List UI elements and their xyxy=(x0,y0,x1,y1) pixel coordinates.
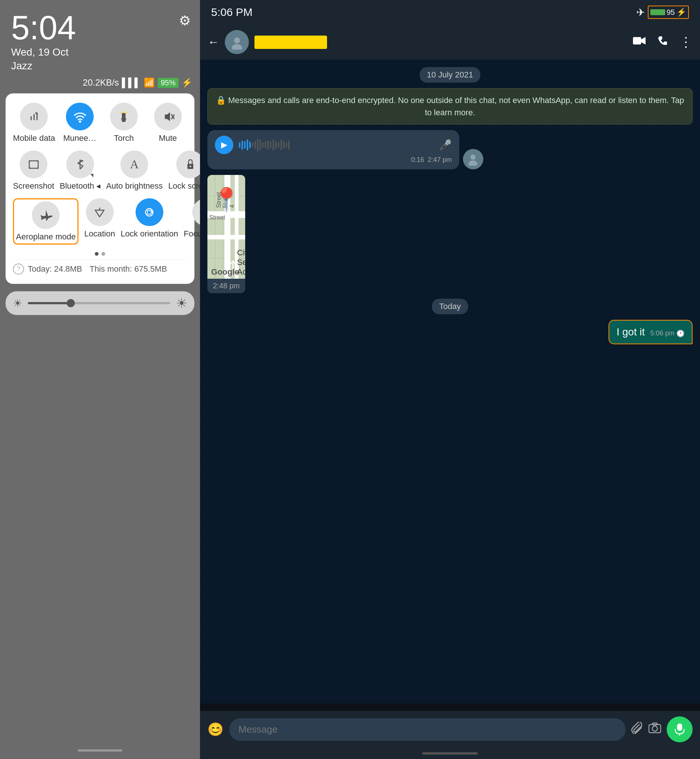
battery-left: 95% xyxy=(158,78,178,88)
svg-point-21 xyxy=(190,166,191,167)
qs-auto-brightness[interactable]: A Auto brightness xyxy=(106,150,162,191)
sent-message: I got it 5:06 pm 🕐 xyxy=(608,320,692,344)
attach-button[interactable] xyxy=(631,722,643,737)
message-input[interactable] xyxy=(229,718,625,741)
wave-bar xyxy=(257,139,258,152)
svg-rect-40 xyxy=(677,723,682,731)
voice-call-icon[interactable] xyxy=(657,35,668,49)
wave-bar xyxy=(275,141,277,149)
qs-aeroplane-mode[interactable]: Aeroplane mode xyxy=(13,198,78,244)
mute-icon[interactable] xyxy=(154,103,182,130)
qs-row-2: Screenshot Bluetooth ◂ A Auto brightness xyxy=(13,150,187,191)
brightness-thumb[interactable] xyxy=(67,299,75,307)
data-usage-help-icon[interactable]: ? xyxy=(13,263,24,275)
status-bar-left: 5:04 Wed, 19 Oct Jazz xyxy=(0,0,200,76)
map-message[interactable]: Street Number 4 Street 📍 Google Civil Se… xyxy=(208,175,245,293)
mobile-data-icon[interactable] xyxy=(20,103,48,130)
wave-bar xyxy=(252,143,253,147)
aeroplane-mode-icon[interactable] xyxy=(32,201,59,229)
home-indicator-right xyxy=(200,748,700,759)
bluetooth-icon[interactable] xyxy=(66,150,94,178)
brightness-bar[interactable]: ☀ ☀ xyxy=(6,291,194,315)
svg-line-8 xyxy=(126,112,127,113)
wifi-label: Muneeb Waji xyxy=(63,133,97,143)
lock-orientation-icon[interactable] xyxy=(136,198,163,226)
chat-header: ← ████████ ⋮ xyxy=(200,25,700,59)
screenshot-label: Screenshot xyxy=(13,181,54,191)
voice-mic-icon: 🎤 xyxy=(439,139,452,151)
brightness-low-icon: ☀ xyxy=(13,297,22,310)
wave-bar xyxy=(247,139,248,150)
svg-point-31 xyxy=(232,44,242,50)
voice-duration: 0:16 xyxy=(411,156,424,164)
wave-bar xyxy=(288,141,290,150)
brightness-high-icon: ☀ xyxy=(176,296,187,311)
play-button[interactable]: ▶ xyxy=(215,136,233,154)
emoji-button[interactable]: 😊 xyxy=(208,722,224,737)
qs-mute[interactable]: Mute xyxy=(148,103,187,143)
sent-message-text: I got it xyxy=(617,326,645,338)
dot-2[interactable] xyxy=(102,252,105,256)
qs-screenshot[interactable]: Screenshot xyxy=(13,150,54,191)
qs-location[interactable]: Location xyxy=(84,198,115,244)
network-speed: 20.2KB/s xyxy=(83,77,119,88)
settings-icon[interactable]: ⚙ xyxy=(179,13,191,28)
voice-message-row: ▶ xyxy=(208,130,692,169)
contact-name-bar[interactable]: ████████ xyxy=(255,36,327,49)
qs-lock-orientation[interactable]: Lock orientation xyxy=(121,198,178,244)
quick-settings-panel: Mobile data Muneeb Waji xyxy=(6,93,194,284)
wave-bar xyxy=(286,143,287,147)
camera-button[interactable] xyxy=(648,722,661,736)
signal-bars-icon: ▌▌▌ xyxy=(122,77,141,88)
data-month: This month: 675.5MB xyxy=(90,264,167,274)
wave-bar xyxy=(280,140,282,150)
dot-1[interactable] xyxy=(95,252,98,256)
notification-shade: ⚙ 5:04 Wed, 19 Oct Jazz 20.2KB/s ▌▌▌ 📶 9… xyxy=(0,0,200,759)
home-indicator-left xyxy=(78,750,122,751)
location-icon[interactable] xyxy=(86,198,114,226)
voice-message[interactable]: ▶ xyxy=(208,130,459,169)
wave-bar xyxy=(255,141,256,149)
torch-icon[interactable] xyxy=(110,103,138,130)
home-bar xyxy=(422,752,478,754)
svg-line-7 xyxy=(121,112,122,113)
svg-rect-32 xyxy=(633,37,641,44)
wave-bar xyxy=(249,142,251,148)
svg-rect-39 xyxy=(653,723,657,725)
qs-torch[interactable]: Torch xyxy=(105,103,143,143)
encryption-notice[interactable]: 🔒 Messages and calls are end-to-end encr… xyxy=(208,88,692,125)
voice-record-button[interactable] xyxy=(667,717,692,742)
svg-rect-25 xyxy=(147,211,151,214)
qs-bluetooth[interactable]: Bluetooth ◂ xyxy=(59,150,100,191)
screenshot-icon[interactable] xyxy=(20,150,47,178)
share-icon[interactable] xyxy=(227,258,240,273)
airplane-mode-icon-right: ✈ xyxy=(636,6,645,19)
back-button[interactable]: ← xyxy=(208,35,219,49)
voice-timestamp: 2:47 pm xyxy=(428,156,452,164)
data-today: Today: 24.8MB xyxy=(28,264,82,274)
video-call-icon[interactable] xyxy=(633,35,646,49)
wave-bar xyxy=(242,141,243,150)
contact-avatar[interactable] xyxy=(225,30,249,54)
qs-mobile-data[interactable]: Mobile data xyxy=(13,103,55,143)
map-timestamp: 2:48 pm xyxy=(208,279,245,293)
sent-message-time: 5:06 pm 🕐 xyxy=(650,329,684,338)
sender-avatar xyxy=(463,149,483,169)
date-badge-july: 10 July 2021 xyxy=(420,67,481,83)
encryption-text: Messages and calls are end-to-end encryp… xyxy=(228,95,684,117)
qs-wifi[interactable]: Muneeb Waji xyxy=(61,103,99,143)
chat-header-actions: ⋮ xyxy=(633,34,692,50)
svg-marker-22 xyxy=(95,210,104,217)
auto-brightness-icon[interactable]: A xyxy=(120,150,148,178)
more-options-icon[interactable]: ⋮ xyxy=(679,34,692,50)
aeroplane-mode-label: Aeroplane mode xyxy=(16,232,75,242)
brightness-track[interactable] xyxy=(28,302,170,304)
svg-marker-5 xyxy=(121,118,126,122)
wifi-qs-icon[interactable] xyxy=(66,103,94,130)
wave-bar xyxy=(283,141,284,149)
charging-icon-left: ⚡ xyxy=(181,77,192,88)
mute-label: Mute xyxy=(159,133,177,143)
battery-percent-right: 95 xyxy=(667,8,675,17)
wave-bar xyxy=(262,142,264,148)
map-message-row: Street Number 4 Street 📍 Google Civil Se… xyxy=(208,175,692,293)
